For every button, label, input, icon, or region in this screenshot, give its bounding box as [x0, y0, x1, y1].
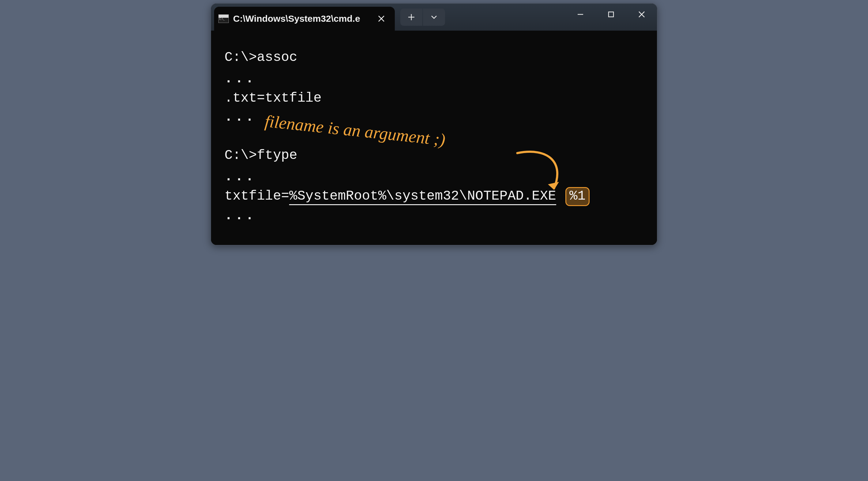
terminal-line: ... — [224, 167, 645, 186]
svg-rect-5 — [609, 12, 614, 17]
tabstrip-controls — [400, 8, 445, 26]
tabs-dropdown-button[interactable] — [423, 8, 445, 26]
terminal-line: txtfile=%SystemRoot%\system32\NOTEPAD.EX… — [224, 187, 645, 206]
window-controls — [565, 4, 657, 25]
maximize-icon — [608, 11, 614, 18]
command-text: ftype — [257, 148, 298, 163]
plus-icon — [407, 13, 415, 21]
close-window-button[interactable] — [626, 4, 657, 25]
tab-title: C:\Windows\System32\cmd.e — [233, 13, 360, 24]
highlighted-argument: %1 — [565, 187, 590, 206]
minimize-icon — [577, 11, 584, 18]
output-prefix: txtfile= — [224, 188, 289, 203]
terminal-body[interactable]: C:\>assoc ... .txt=txtfile ... C:\>ftype… — [211, 31, 657, 245]
maximize-button[interactable] — [596, 4, 626, 25]
close-icon — [378, 15, 385, 22]
chevron-down-icon — [430, 13, 438, 21]
terminal-line: .txt=txtfile — [224, 89, 645, 107]
prompt: C:\> — [224, 148, 257, 163]
terminal-line: ... — [224, 107, 645, 126]
close-icon — [638, 11, 645, 18]
minimize-button[interactable] — [565, 4, 596, 25]
terminal-line: ... — [224, 206, 645, 225]
terminal-line: C:\>assoc — [224, 48, 645, 67]
cmd-icon — [218, 14, 229, 23]
prompt: C:\> — [224, 50, 257, 65]
active-tab[interactable]: C:\Windows\System32\cmd.e — [214, 7, 395, 31]
new-tab-button[interactable] — [400, 8, 422, 26]
output-path: %SystemRoot%\system32\NOTEPAD.EXE — [289, 188, 556, 205]
terminal-window: C:\Windows\System32\cmd.e — [210, 3, 658, 246]
titlebar: C:\Windows\System32\cmd.e — [211, 4, 657, 31]
terminal-line: C:\>ftype — [224, 146, 645, 165]
command-text: assoc — [257, 50, 298, 65]
close-tab-button[interactable] — [375, 12, 388, 25]
terminal-line: ... — [224, 69, 645, 88]
